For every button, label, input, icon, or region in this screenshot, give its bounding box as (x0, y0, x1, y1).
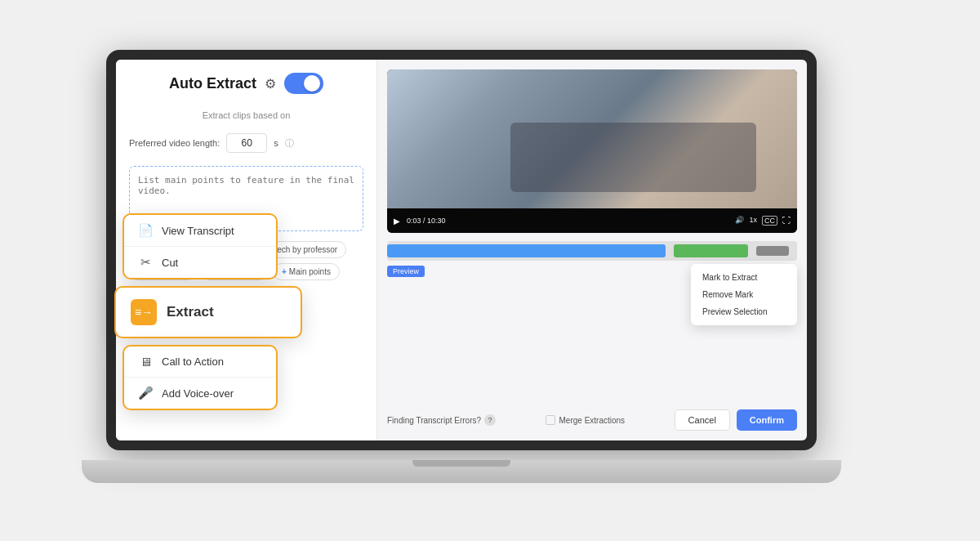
timeline-area: Preview Mark to Extract Remove Mark Prev… (387, 241, 797, 325)
speed-label[interactable]: 1x (749, 216, 757, 226)
question-icon[interactable]: ? (484, 414, 496, 426)
timeline[interactable] (387, 241, 797, 261)
video-length-unit: s (274, 138, 278, 148)
menu-item-extract[interactable]: ≡→ Extract (116, 288, 301, 337)
video-length-label: Preferred video length: (129, 138, 220, 148)
menu-item-add-voiceover[interactable]: 🎤 Add Voice-over (124, 378, 276, 409)
timeline-green-segment (674, 244, 747, 257)
video-controls: ▶ 0:03 / 10:30 🔊 1x CC ⛶ (387, 208, 797, 233)
auto-extract-title: Auto Extract (169, 75, 256, 92)
right-panel: ▶ 0:03 / 10:30 🔊 1x CC ⛶ (377, 60, 807, 440)
timeline-blue-segment (387, 244, 666, 257)
auto-extract-toggle[interactable] (284, 73, 323, 94)
cut-icon: ✂ (137, 255, 154, 270)
floating-context-menu: 📄 View Transcript ✂ Cut ≡→ Extract 🖥 Cal… (122, 213, 302, 410)
top-menu-card: 📄 View Transcript ✂ Cut (122, 213, 278, 279)
preview-badge: Preview (387, 266, 425, 277)
menu-item-call-to-action[interactable]: 🖥 Call to Action (124, 347, 276, 378)
cancel-button[interactable]: Cancel (675, 409, 730, 431)
control-icons: 🔊 1x CC ⛶ (735, 216, 791, 226)
bottom-menu-card: 🖥 Call to Action 🎤 Add Voice-over (122, 345, 278, 410)
call-to-action-label: Call to Action (162, 355, 224, 368)
fullscreen-icon[interactable]: ⛶ (782, 216, 791, 226)
extract-clips-label: Extract clips based on (129, 110, 363, 120)
video-length-input[interactable] (226, 133, 267, 153)
gear-icon[interactable]: ⚙ (265, 76, 276, 92)
laptop-base (82, 460, 841, 483)
volume-icon[interactable]: 🔊 (735, 216, 744, 226)
add-voiceover-label: Add Voice-over (162, 387, 234, 400)
video-thumbnail (387, 69, 797, 208)
extract-card: ≡→ Extract (114, 286, 302, 338)
view-transcript-label: View Transcript (162, 225, 234, 237)
bottom-bar: Finding Transcript Errors? ? Merge Extra… (387, 409, 797, 431)
confirm-button[interactable]: Confirm (737, 409, 797, 431)
video-length-row: Preferred video length: s ⓘ (129, 130, 363, 156)
cut-label: Cut (162, 257, 178, 269)
menu-item-view-transcript[interactable]: 📄 View Transcript (124, 215, 276, 247)
context-menu-right: Mark to Extract Remove Mark Preview Sele… (691, 264, 797, 325)
timeline-small-segment (756, 246, 789, 256)
merge-extractions-row: Merge Extractions (546, 415, 626, 425)
finding-transcript-label: Finding Transcript Errors? ? (387, 414, 496, 426)
cc-button[interactable]: CC (762, 216, 777, 226)
play-button[interactable]: ▶ (394, 217, 400, 226)
menu-item-preview-selection[interactable]: Preview Selection (691, 303, 797, 320)
action-buttons: Cancel Confirm (675, 409, 797, 431)
merge-extractions-checkbox[interactable] (546, 415, 555, 425)
extract-label: Extract (167, 304, 214, 320)
merge-extractions-label: Merge Extractions (559, 416, 626, 425)
time-display: 0:03 / 10:30 (407, 217, 446, 225)
menu-item-remove-mark[interactable]: Remove Mark (691, 286, 797, 303)
menu-item-cut[interactable]: ✂ Cut (124, 247, 276, 278)
cta-icon: 🖥 (137, 355, 154, 369)
info-icon: ⓘ (285, 137, 294, 150)
menu-item-mark-extract[interactable]: Mark to Extract (691, 269, 797, 286)
document-icon: 📄 (137, 223, 154, 238)
voiceover-icon: 🎤 (137, 386, 154, 400)
auto-extract-header: Auto Extract ⚙ (129, 73, 363, 101)
extract-icon: ≡→ (131, 299, 157, 325)
video-player[interactable]: ▶ 0:03 / 10:30 🔊 1x CC ⛶ (387, 69, 797, 233)
